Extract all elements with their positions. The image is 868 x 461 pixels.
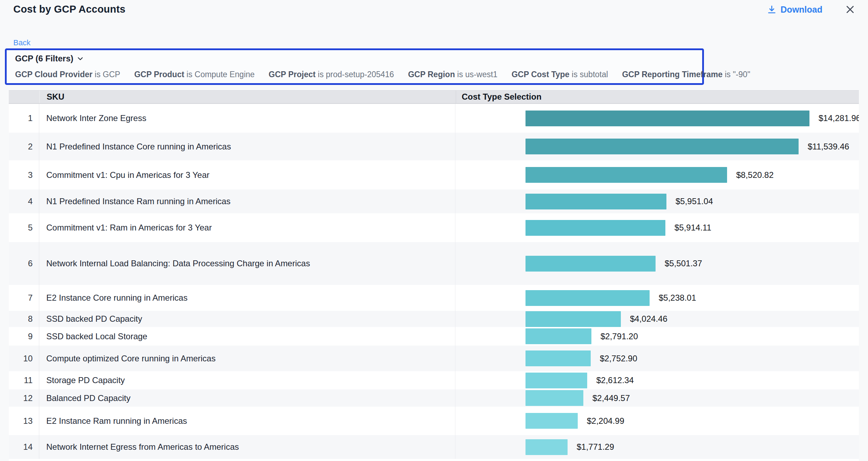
row-number: 2 (9, 133, 39, 160)
cost-value-label: $5,914.11 (674, 223, 711, 233)
cost-value-label: $5,951.04 (676, 196, 713, 206)
filter-field: GCP Reporting Timeframe (622, 70, 723, 79)
cost-value-label: $2,752.90 (600, 354, 637, 363)
cost-cell: $5,951.04 (455, 189, 859, 213)
cost-bar[interactable] (525, 311, 621, 327)
sku-name: SSD backed PD Capacity (39, 311, 455, 327)
row-number: 12 (9, 389, 39, 407)
cost-bar[interactable] (525, 194, 666, 209)
cost-bar[interactable] (525, 256, 656, 272)
close-icon (845, 4, 855, 15)
cost-value-label: $2,204.99 (587, 416, 624, 426)
row-number: 13 (9, 407, 39, 435)
table-body: 1Network Inter Zone Egress$14,281.962N1 … (9, 104, 859, 459)
row-number: 5 (9, 213, 39, 242)
cost-cell: $2,612.34 (455, 371, 859, 389)
cost-bar[interactable] (525, 139, 799, 154)
table-row: 12Balanced PD Capacity$2,449.57 (9, 389, 859, 407)
cost-value-label: $14,281.96 (819, 113, 859, 123)
sku-name: Commitment v1: Cpu in Americas for 3 Yea… (39, 160, 455, 189)
row-number: 4 (9, 189, 39, 213)
cost-bar[interactable] (525, 439, 568, 455)
sku-name: Network Internal Load Balancing: Data Pr… (39, 242, 455, 285)
row-number: 7 (9, 285, 39, 311)
cost-value-label: $2,449.57 (592, 393, 630, 403)
filter-field: GCP Product (134, 70, 184, 79)
row-number: 3 (9, 160, 39, 189)
top-actions: Download (767, 4, 855, 15)
filter-condition: is "-90" (725, 70, 750, 79)
row-number-column-header (9, 91, 39, 103)
cost-bar[interactable] (525, 328, 591, 344)
sku-name: Balanced PD Capacity (39, 389, 455, 407)
cost-bar[interactable] (525, 290, 650, 306)
cost-cell: $14,281.96 (455, 104, 859, 133)
table-row: 1Network Inter Zone Egress$14,281.96 (9, 104, 859, 133)
table-row: 5Commitment v1: Ram in Americas for 3 Ye… (9, 213, 859, 242)
filter-chip-reporting-timeframe[interactable]: GCP Reporting Timeframe is "-90" (622, 70, 750, 79)
filter-condition: is subtotal (572, 70, 608, 79)
filter-condition: is GCP (95, 70, 120, 79)
table-row: 3Commitment v1: Cpu in Americas for 3 Ye… (9, 160, 859, 189)
table-row: 2N1 Predefined Instance Core running in … (9, 133, 859, 160)
filter-chip-cloud-provider[interactable]: GCP Cloud Provider is GCP (15, 70, 120, 79)
filter-chip-cost-type[interactable]: GCP Cost Type is subtotal (511, 70, 608, 79)
download-button[interactable]: Download (767, 5, 822, 15)
filter-summary-label: GCP (6 Filters) (15, 54, 73, 64)
back-link[interactable]: Back (13, 38, 30, 47)
row-number: 10 (9, 346, 39, 371)
cost-cell: $1,771.29 (455, 435, 859, 459)
table-row: 6Network Internal Load Balancing: Data P… (9, 242, 859, 285)
row-number: 6 (9, 242, 39, 285)
cost-bar[interactable] (525, 373, 587, 388)
cost-cell: $5,501.37 (455, 242, 859, 285)
cost-bar[interactable] (525, 111, 809, 126)
cost-cell: $2,449.57 (455, 389, 859, 407)
sku-name: E2 Instance Ram running in Americas (39, 407, 455, 435)
chevron-down-icon (77, 55, 84, 62)
filter-field: GCP Region (408, 70, 455, 79)
cost-value-label: $2,791.20 (601, 332, 638, 341)
table-row: 7E2 Instance Core running in Americas$5,… (9, 285, 859, 311)
cost-by-gcp-accounts-panel: Cost by GCP Accounts Download Back (0, 0, 868, 461)
cost-cell: $2,791.20 (455, 327, 859, 346)
sku-name: Compute optimized Core running in Americ… (39, 346, 455, 371)
filter-field: GCP Project (269, 70, 316, 79)
cost-value-label: $8,520.82 (736, 170, 774, 180)
top-bar: Cost by GCP Accounts Download (0, 0, 868, 15)
close-button[interactable] (845, 4, 855, 15)
cost-bar[interactable] (525, 220, 665, 236)
filter-condition: is us-west1 (457, 70, 497, 79)
sku-cost-table: SKU Cost Type Selection 1Network Inter Z… (9, 90, 859, 461)
row-number: 14 (9, 435, 39, 459)
cost-cell: $8,520.82 (455, 160, 859, 189)
cost-bar[interactable] (525, 167, 727, 183)
sku-name: Storage PD Capacity (39, 371, 455, 389)
cost-bar[interactable] (525, 413, 578, 429)
filter-summary-dropdown[interactable]: GCP (6 Filters) (15, 54, 84, 64)
sku-column-header: SKU (39, 91, 456, 103)
filter-condition: is prod-setup-205416 (318, 70, 394, 79)
cost-cell: $4,024.46 (455, 311, 859, 327)
cost-value-label: $1,771.29 (577, 442, 614, 452)
row-number: 1 (9, 104, 39, 133)
sku-name: Network Inter Zone Egress (39, 104, 455, 133)
filter-chip-region[interactable]: GCP Region is us-west1 (408, 70, 497, 79)
cost-value-label: $11,539.46 (808, 142, 849, 152)
cost-bar[interactable] (525, 390, 583, 406)
cost-value-label: $5,238.01 (659, 293, 696, 303)
filter-chip-project[interactable]: GCP Project is prod-setup-205416 (269, 70, 394, 79)
page-title: Cost by GCP Accounts (13, 4, 126, 15)
row-number: 9 (9, 327, 39, 346)
table-row: 9SSD backed Local Storage$2,791.20 (9, 327, 859, 346)
sku-name: Network Internet Egress from Americas to… (39, 435, 455, 459)
filter-box: GCP (6 Filters) GCP Cloud Provider is GC… (5, 48, 704, 85)
cost-bar[interactable] (525, 350, 591, 366)
filter-condition: is Compute Engine (187, 70, 255, 79)
filter-field: GCP Cost Type (511, 70, 569, 79)
sku-name: SSD backed Local Storage (39, 327, 455, 346)
sku-name: N1 Predefined Instance Core running in A… (39, 133, 455, 160)
table-row: 4N1 Predefined Instance Ram running in A… (9, 189, 859, 213)
filter-chip-product[interactable]: GCP Product is Compute Engine (134, 70, 255, 79)
cost-value-label: $2,612.34 (596, 375, 634, 385)
